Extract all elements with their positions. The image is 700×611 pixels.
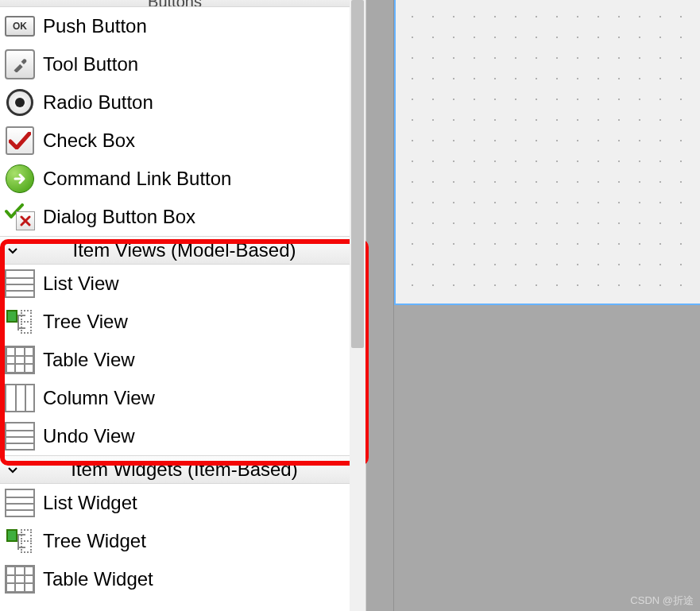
widget-item-label: Push Button — [43, 15, 345, 37]
form-designer-area: CSDN @折途 — [366, 0, 700, 611]
widget-item-label: Radio Button — [43, 91, 345, 114]
widget-item-tool-button[interactable]: Tool Button — [0, 45, 350, 83]
widget-item-label: Column View — [43, 387, 345, 409]
widget-item-label: Dialog Button Box — [43, 206, 345, 228]
chevron-down-icon — [5, 242, 21, 258]
list-icon — [5, 269, 35, 299]
table-icon — [5, 564, 35, 594]
scrollbar-thumb[interactable] — [351, 0, 364, 348]
designer-canvas[interactable]: CSDN @折途 — [394, 0, 700, 611]
widget-item-check-box[interactable]: Check Box — [0, 122, 350, 160]
chevron-down-icon — [5, 462, 21, 478]
widget-item-label: Table Widget — [43, 568, 345, 590]
widget-item-label: List Widget — [43, 492, 345, 514]
widget-item-table-view[interactable]: Table View — [0, 341, 350, 379]
arrow-right-circle-icon — [5, 164, 35, 194]
category-label: Item Widgets (Item-Based) — [24, 458, 345, 481]
dialog-ok-cancel-icon — [5, 202, 35, 232]
tree-icon — [5, 526, 35, 556]
widget-box-panel: Buttons OK Push Button Tool Button Radio… — [0, 0, 366, 611]
widget-item-label: Command Link Button — [43, 168, 345, 190]
table-icon — [5, 345, 35, 375]
tree-icon — [5, 307, 35, 337]
widget-item-label: Tree Widget — [43, 530, 345, 552]
category-header-buttons-partial[interactable]: Buttons — [0, 0, 350, 7]
widget-item-tree-view[interactable]: Tree View — [0, 303, 350, 341]
columns-icon — [5, 383, 35, 413]
widget-item-radio-button[interactable]: Radio Button — [0, 83, 350, 122]
widget-item-label: Tree View — [43, 311, 345, 333]
form-widget[interactable] — [394, 0, 700, 305]
category-label: Buttons — [148, 0, 202, 7]
widget-item-label: Tool Button — [43, 53, 345, 75]
widget-box-list: Buttons OK Push Button Tool Button Radio… — [0, 0, 350, 611]
widget-item-label: Undo View — [43, 425, 345, 447]
list-icon — [5, 421, 35, 451]
widget-item-push-button[interactable]: OK Push Button — [0, 7, 350, 45]
widget-item-column-view[interactable]: Column View — [0, 379, 350, 417]
widget-item-label: List View — [43, 273, 345, 295]
widget-item-command-link-button[interactable]: Command Link Button — [0, 160, 350, 198]
widget-item-dialog-button-box[interactable]: Dialog Button Box — [0, 198, 350, 236]
widget-item-tree-widget[interactable]: Tree Widget — [0, 522, 350, 560]
widget-item-table-widget[interactable]: Table Widget — [0, 560, 350, 598]
category-header-item-widgets[interactable]: Item Widgets (Item-Based) — [0, 455, 350, 484]
list-icon — [5, 488, 35, 518]
checkbox-red-icon — [5, 126, 35, 156]
category-header-item-views[interactable]: Item Views (Model-Based) — [0, 236, 350, 265]
widget-item-label: Table View — [43, 349, 345, 371]
widget-item-list-widget[interactable]: List Widget — [0, 484, 350, 522]
widget-box-vertical-scrollbar[interactable] — [350, 0, 365, 611]
ok-button-icon: OK — [5, 11, 35, 41]
watermark-text: CSDN @折途 — [630, 594, 694, 608]
widget-item-list-view[interactable]: List View — [0, 265, 350, 303]
widget-item-label: Check Box — [43, 130, 345, 152]
canvas-gutter — [366, 0, 394, 611]
radio-icon — [5, 87, 35, 118]
wrench-icon — [5, 49, 35, 79]
category-label: Item Views (Model-Based) — [24, 239, 345, 261]
widget-item-undo-view[interactable]: Undo View — [0, 417, 350, 455]
